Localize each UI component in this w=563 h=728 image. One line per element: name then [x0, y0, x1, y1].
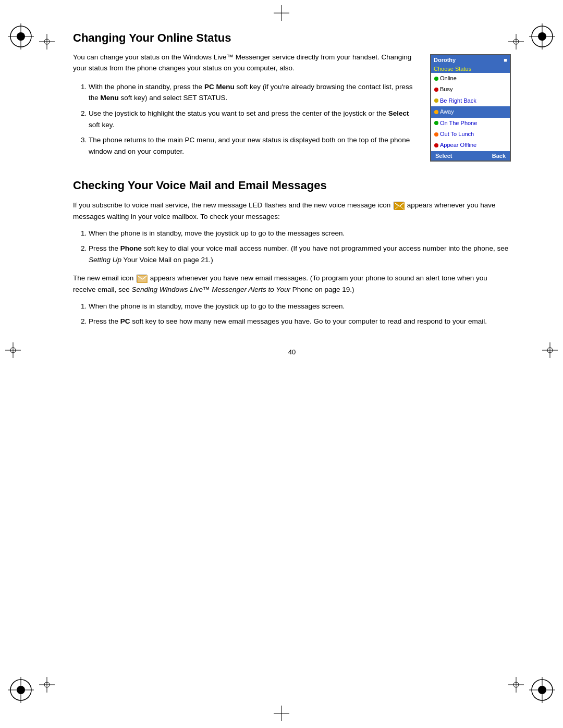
crosshair-tc [274, 5, 289, 22]
menu-label-out-to-lunch: Out To Lunch [440, 130, 474, 138]
crosshair-mr [542, 342, 558, 360]
crosshair-br-inner [508, 677, 524, 694]
voicemail-icon [394, 202, 404, 209]
menu-item-appear-offline: Appear Offline [431, 140, 510, 151]
page-number: 40 [73, 348, 511, 356]
phone-menu: Online Busy Be Right Back Away [431, 73, 510, 151]
voice-steps: When the phone is in standby, move the j… [89, 228, 511, 266]
status-dot-brb [434, 98, 438, 103]
section1-title: Changing Your Online Status [73, 31, 511, 45]
phone-subheader: Choose Status [431, 65, 510, 73]
menu-label-busy: Busy [440, 85, 452, 93]
voice-step-1: When the phone is in standby, move the j… [89, 228, 511, 239]
main-content: Changing Your Online Status You can chan… [73, 31, 511, 356]
menu-item-busy: Busy [431, 84, 510, 95]
status-dot-lunch [434, 132, 438, 137]
voice-step-2: Press the Phone soft key to dial your vo… [89, 243, 511, 265]
email-icon [137, 275, 147, 282]
crosshair-ml [5, 342, 21, 360]
menu-item-out-to-lunch: Out To Lunch [431, 129, 510, 140]
reg-mark-tr [529, 23, 555, 51]
section2-email-intro: The new email icon appears whenever you … [73, 273, 511, 295]
phone-username: Dorothy [434, 57, 456, 63]
phone-back-btn[interactable]: Back [492, 153, 506, 159]
page: Changing Your Online Status You can chan… [0, 0, 563, 728]
reg-mark-bl [8, 677, 34, 705]
menu-label-be-right-back: Be Right Back [440, 97, 476, 105]
section-voicemail-email: Checking Your Voice Mail and Email Messa… [73, 179, 511, 327]
phone-screenshot: Dorothy ■ Choose Status Online Busy [430, 54, 511, 162]
section1-steps: With the phone in standby, press the PC … [89, 81, 420, 157]
email-steps: When the phone is in standby, move the j… [89, 301, 511, 327]
email-step-1: When the phone is in standby, move the j… [89, 301, 511, 312]
crosshair-bc [274, 706, 289, 723]
menu-item-online: Online [431, 73, 510, 84]
menu-item-be-right-back: Be Right Back [431, 95, 510, 106]
menu-label-away: Away [440, 108, 454, 116]
crosshair-bl-inner [39, 677, 55, 694]
menu-label-online: Online [440, 75, 457, 82]
section2-title: Checking Your Voice Mail and Email Messa… [73, 179, 511, 192]
phone-select-btn[interactable]: Select [435, 153, 452, 159]
reg-mark-br [529, 677, 555, 705]
step1-1: With the phone in standby, press the PC … [89, 81, 420, 104]
status-dot-offline [434, 143, 438, 147]
crosshair-tl-inner [39, 34, 55, 51]
phone-header-icon: ■ [504, 57, 507, 63]
section-changing-status: Changing Your Online Status You can chan… [73, 31, 511, 162]
menu-item-on-the-phone: On The Phone [431, 118, 510, 129]
status-dot-phone [434, 121, 438, 125]
section1-intro: You can change your status on the Window… [73, 52, 420, 74]
section1-body: You can change your status on the Window… [73, 52, 511, 162]
status-dot-away [434, 110, 438, 114]
email-step-2: Press the PC soft key to see how many ne… [89, 316, 511, 327]
reg-mark-tl [8, 23, 34, 51]
section1-text: You can change your status on the Window… [73, 52, 420, 162]
menu-label-on-the-phone: On The Phone [440, 119, 477, 127]
status-dot-busy [434, 88, 438, 92]
step1-2: Use the joystick to highlight the status… [89, 108, 420, 130]
phone-footer: Select Back [431, 151, 510, 161]
section2-voicemail-intro: If you subscribe to voice mail service, … [73, 200, 511, 222]
step1-3: The phone returns to the main PC menu, a… [89, 134, 420, 157]
phone-header: Dorothy ■ [431, 55, 510, 65]
menu-item-away: Away [431, 106, 510, 117]
menu-label-appear-offline: Appear Offline [440, 141, 476, 149]
status-dot-online [434, 77, 438, 81]
